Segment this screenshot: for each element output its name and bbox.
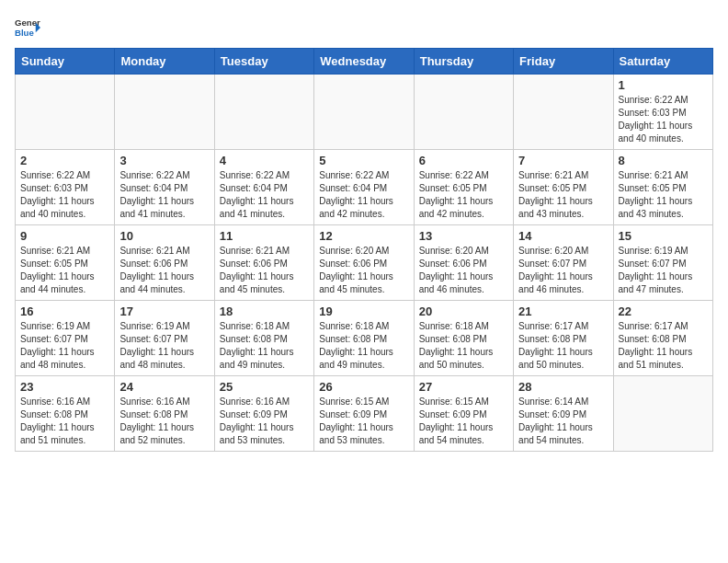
day-number: 13: [419, 229, 508, 243]
calendar-cell: 27Sunrise: 6:15 AM Sunset: 6:09 PM Dayli…: [414, 376, 513, 452]
day-info: Sunrise: 6:21 AM Sunset: 6:06 PM Dayligh…: [220, 245, 309, 296]
day-info: Sunrise: 6:17 AM Sunset: 6:08 PM Dayligh…: [518, 320, 608, 372]
day-info: Sunrise: 6:17 AM Sunset: 6:08 PM Dayligh…: [619, 320, 708, 372]
calendar-cell: 16Sunrise: 6:19 AM Sunset: 6:07 PM Dayli…: [16, 301, 115, 376]
day-number: 3: [119, 154, 209, 167]
calendar-cell: [613, 376, 712, 452]
day-number: 25: [220, 380, 309, 394]
calendar-cell: 13Sunrise: 6:20 AM Sunset: 6:06 PM Dayli…: [414, 225, 513, 301]
day-info: Sunrise: 6:22 AM Sunset: 6:04 PM Dayligh…: [119, 169, 209, 221]
calendar-cell: [514, 75, 613, 150]
day-info: Sunrise: 6:21 AM Sunset: 6:05 PM Dayligh…: [518, 169, 608, 221]
day-number: 6: [419, 154, 508, 167]
calendar-table: SundayMondayTuesdayWednesdayThursdayFrid…: [15, 48, 713, 452]
day-info: Sunrise: 6:20 AM Sunset: 6:06 PM Dayligh…: [419, 245, 508, 296]
calendar-cell: 11Sunrise: 6:21 AM Sunset: 6:06 PM Dayli…: [214, 225, 313, 301]
day-number: 16: [20, 304, 109, 318]
weekday-header-thursday: Thursday: [414, 49, 513, 75]
day-info: Sunrise: 6:18 AM Sunset: 6:08 PM Dayligh…: [220, 320, 309, 372]
calendar-cell: 14Sunrise: 6:20 AM Sunset: 6:07 PM Dayli…: [514, 225, 613, 301]
day-number: 19: [319, 304, 408, 318]
calendar-cell: 18Sunrise: 6:18 AM Sunset: 6:08 PM Dayli…: [214, 301, 313, 376]
calendar-cell: 17Sunrise: 6:19 AM Sunset: 6:07 PM Dayli…: [115, 301, 214, 376]
day-info: Sunrise: 6:21 AM Sunset: 6:05 PM Dayligh…: [619, 169, 708, 221]
day-info: Sunrise: 6:22 AM Sunset: 6:04 PM Dayligh…: [319, 169, 408, 221]
day-info: Sunrise: 6:21 AM Sunset: 6:06 PM Dayligh…: [119, 245, 209, 296]
day-info: Sunrise: 6:22 AM Sunset: 6:03 PM Dayligh…: [20, 169, 109, 221]
day-number: 1: [619, 78, 708, 92]
weekday-header-tuesday: Tuesday: [214, 49, 313, 75]
calendar-cell: 8Sunrise: 6:21 AM Sunset: 6:05 PM Daylig…: [613, 150, 712, 225]
calendar-cell: 10Sunrise: 6:21 AM Sunset: 6:06 PM Dayli…: [115, 225, 214, 301]
calendar-cell: 15Sunrise: 6:19 AM Sunset: 6:07 PM Dayli…: [613, 225, 712, 301]
day-number: 4: [220, 154, 309, 167]
logo-icon: General Blue: [15, 15, 40, 40]
day-number: 5: [319, 154, 408, 167]
day-info: Sunrise: 6:16 AM Sunset: 6:08 PM Dayligh…: [20, 396, 109, 447]
day-info: Sunrise: 6:22 AM Sunset: 6:04 PM Dayligh…: [220, 169, 309, 221]
calendar-cell: 6Sunrise: 6:22 AM Sunset: 6:05 PM Daylig…: [414, 150, 513, 225]
day-number: 24: [119, 380, 209, 394]
calendar-cell: [314, 75, 414, 150]
calendar-cell: 21Sunrise: 6:17 AM Sunset: 6:08 PM Dayli…: [514, 301, 613, 376]
day-info: Sunrise: 6:20 AM Sunset: 6:07 PM Dayligh…: [518, 245, 608, 296]
day-number: 21: [518, 304, 608, 318]
day-info: Sunrise: 6:19 AM Sunset: 6:07 PM Dayligh…: [119, 320, 209, 372]
day-info: Sunrise: 6:19 AM Sunset: 6:07 PM Dayligh…: [20, 320, 109, 372]
day-info: Sunrise: 6:16 AM Sunset: 6:08 PM Dayligh…: [119, 396, 209, 447]
calendar-week-row: 2Sunrise: 6:22 AM Sunset: 6:03 PM Daylig…: [16, 150, 713, 225]
calendar-cell: [16, 75, 115, 150]
calendar-week-row: 16Sunrise: 6:19 AM Sunset: 6:07 PM Dayli…: [16, 301, 713, 376]
calendar-cell: 2Sunrise: 6:22 AM Sunset: 6:03 PM Daylig…: [16, 150, 115, 225]
day-info: Sunrise: 6:14 AM Sunset: 6:09 PM Dayligh…: [518, 396, 608, 447]
calendar-cell: 20Sunrise: 6:18 AM Sunset: 6:08 PM Dayli…: [414, 301, 513, 376]
calendar-cell: 24Sunrise: 6:16 AM Sunset: 6:08 PM Dayli…: [115, 376, 214, 452]
day-number: 22: [619, 304, 708, 318]
calendar-cell: 5Sunrise: 6:22 AM Sunset: 6:04 PM Daylig…: [314, 150, 414, 225]
day-number: 9: [20, 229, 109, 243]
calendar-cell: [214, 75, 313, 150]
calendar-cell: 3Sunrise: 6:22 AM Sunset: 6:04 PM Daylig…: [115, 150, 214, 225]
logo: General Blue: [15, 15, 40, 40]
day-number: 18: [220, 304, 309, 318]
calendar-cell: 7Sunrise: 6:21 AM Sunset: 6:05 PM Daylig…: [514, 150, 613, 225]
calendar-cell: 22Sunrise: 6:17 AM Sunset: 6:08 PM Dayli…: [613, 301, 712, 376]
calendar-cell: 12Sunrise: 6:20 AM Sunset: 6:06 PM Dayli…: [314, 225, 414, 301]
day-info: Sunrise: 6:18 AM Sunset: 6:08 PM Dayligh…: [419, 320, 508, 372]
day-number: 23: [20, 380, 109, 394]
day-number: 7: [518, 154, 608, 167]
day-info: Sunrise: 6:19 AM Sunset: 6:07 PM Dayligh…: [619, 245, 708, 296]
day-number: 8: [619, 154, 708, 167]
day-number: 12: [319, 229, 408, 243]
calendar-cell: 23Sunrise: 6:16 AM Sunset: 6:08 PM Dayli…: [16, 376, 115, 452]
day-info: Sunrise: 6:18 AM Sunset: 6:08 PM Dayligh…: [319, 320, 408, 372]
day-number: 2: [20, 154, 109, 167]
calendar-cell: 1Sunrise: 6:22 AM Sunset: 6:03 PM Daylig…: [613, 75, 712, 150]
svg-text:Blue: Blue: [15, 28, 34, 38]
day-number: 11: [220, 229, 309, 243]
day-number: 14: [518, 229, 608, 243]
day-number: 20: [419, 304, 508, 318]
calendar-cell: 25Sunrise: 6:16 AM Sunset: 6:09 PM Dayli…: [214, 376, 313, 452]
calendar-cell: [414, 75, 513, 150]
calendar-cell: 26Sunrise: 6:15 AM Sunset: 6:09 PM Dayli…: [314, 376, 414, 452]
weekday-header-friday: Friday: [514, 49, 613, 75]
day-number: 27: [419, 380, 508, 394]
calendar-cell: 28Sunrise: 6:14 AM Sunset: 6:09 PM Dayli…: [514, 376, 613, 452]
calendar-cell: 9Sunrise: 6:21 AM Sunset: 6:05 PM Daylig…: [16, 225, 115, 301]
day-info: Sunrise: 6:20 AM Sunset: 6:06 PM Dayligh…: [319, 245, 408, 296]
calendar-cell: [115, 75, 214, 150]
day-number: 15: [619, 229, 708, 243]
day-number: 10: [119, 229, 209, 243]
day-info: Sunrise: 6:22 AM Sunset: 6:03 PM Dayligh…: [619, 94, 708, 145]
day-info: Sunrise: 6:15 AM Sunset: 6:09 PM Dayligh…: [319, 396, 408, 447]
calendar-cell: 19Sunrise: 6:18 AM Sunset: 6:08 PM Dayli…: [314, 301, 414, 376]
calendar-week-row: 9Sunrise: 6:21 AM Sunset: 6:05 PM Daylig…: [16, 225, 713, 301]
weekday-header-monday: Monday: [115, 49, 214, 75]
weekday-header-wednesday: Wednesday: [314, 49, 414, 75]
day-number: 17: [119, 304, 209, 318]
day-number: 28: [518, 380, 608, 394]
calendar-cell: 4Sunrise: 6:22 AM Sunset: 6:04 PM Daylig…: [214, 150, 313, 225]
day-info: Sunrise: 6:22 AM Sunset: 6:05 PM Dayligh…: [419, 169, 508, 221]
day-info: Sunrise: 6:16 AM Sunset: 6:09 PM Dayligh…: [220, 396, 309, 447]
